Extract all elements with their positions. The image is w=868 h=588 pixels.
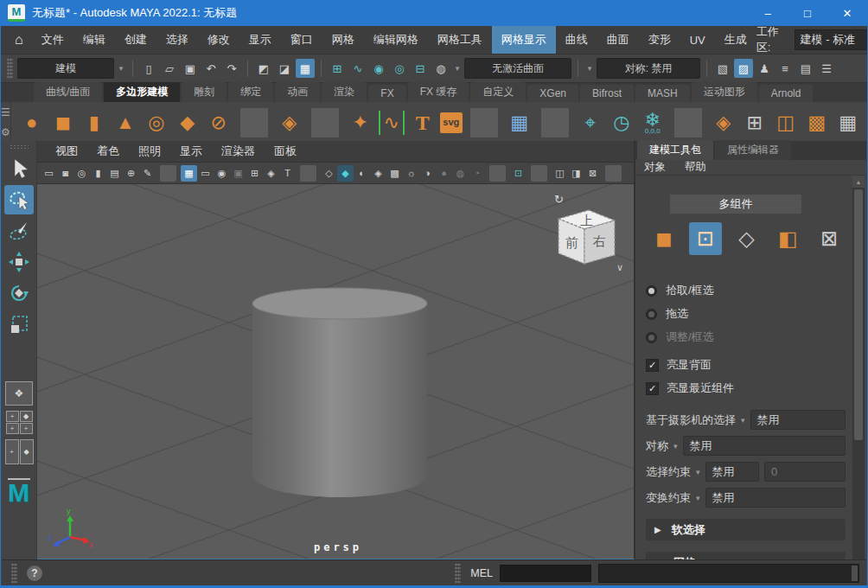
separator[interactable] (489, 165, 506, 182)
view-cube-top-label[interactable]: 上 (580, 213, 593, 227)
separator[interactable] (321, 60, 322, 77)
anti-alias-icon[interactable]: ◔ (469, 165, 485, 182)
separator[interactable] (470, 108, 498, 137)
snap-curve-icon[interactable]: ∿ (348, 59, 367, 78)
polygon-cube-icon[interactable]: ◼ (49, 108, 77, 137)
symmetry-field[interactable]: 对称: 禁用 (597, 58, 700, 79)
perspective-viewport[interactable]: 视图着色照明显示渲染器面板 ▭◙◎▮▤⊕✎▦▭◉▣⊞◈T◇◆◐◈▩☼◑●◍◔⊡◫… (37, 141, 635, 560)
close-button[interactable]: ✕ (827, 0, 867, 26)
toolbox-drag-handle[interactable] (10, 144, 29, 150)
separate-icon[interactable]: ▦ (834, 108, 862, 137)
wireframe-on-shaded-icon[interactable]: ◈ (370, 165, 386, 182)
separator[interactable] (132, 60, 133, 77)
polygon-plane-icon[interactable]: ◆ (174, 108, 201, 137)
paint-select-tool[interactable] (4, 216, 34, 246)
workspace-value[interactable]: 建模 - 标准 (795, 29, 868, 50)
boolean-icon[interactable]: ⊞ (741, 108, 769, 137)
shelf-tab[interactable]: MASH (635, 85, 690, 102)
menu-item[interactable]: 生成 (715, 26, 756, 54)
option-value-field[interactable]: 禁用 (705, 462, 759, 482)
shelf-tab[interactable]: 绑定 (228, 82, 273, 102)
attribute-editor-toggle-icon[interactable]: ▤ (796, 59, 815, 78)
shelf-tab[interactable]: 动画 (275, 82, 320, 102)
panel-menu-item[interactable]: 视图 (46, 144, 87, 159)
redo-icon[interactable]: ↷ (222, 59, 241, 78)
menu-item[interactable]: 曲线 (556, 26, 597, 54)
snap-grid-icon[interactable]: ⊞ (328, 59, 347, 78)
grid-icon[interactable]: ▦ (181, 165, 197, 182)
face-mode-icon[interactable]: ◧ (771, 222, 804, 255)
select-hierarchy-icon[interactable]: ◩ (254, 59, 273, 78)
separator[interactable] (541, 108, 569, 137)
single-pane-layout-button[interactable]: ❖ (5, 381, 33, 406)
separator[interactable] (160, 165, 176, 182)
construction-aid-icon[interactable]: ⌖ (577, 108, 604, 137)
lasso-tool[interactable] (4, 185, 34, 214)
menu-item[interactable]: 文件 (32, 26, 73, 54)
separator[interactable] (578, 60, 578, 77)
polygon-sphere-icon[interactable]: ● (18, 108, 46, 137)
section-arrow-icon[interactable]: ▶ (654, 525, 661, 534)
panel-menu-item[interactable]: 照明 (129, 144, 170, 159)
view-cube-front-label[interactable]: 前 (565, 235, 578, 250)
select-tool[interactable] (4, 154, 34, 183)
snap-point-icon[interactable]: ◉ (369, 59, 388, 78)
separator[interactable] (605, 165, 622, 182)
menu-set-dropdown[interactable]: 建模 (17, 58, 114, 79)
checkbox-option[interactable]: 亮显最近组件 (646, 380, 846, 396)
shelf-tab[interactable]: 运动图形 (692, 82, 757, 102)
shelf-gear-icon[interactable]: ⚙ (1, 126, 10, 138)
polygon-cone-icon[interactable]: ▲ (112, 108, 139, 137)
layout-cell[interactable]: + (20, 423, 33, 434)
panel-menu-item[interactable]: 显示 (170, 144, 212, 159)
history-arrow[interactable]: ▾ (584, 59, 595, 78)
menu-item[interactable]: 显示 (239, 26, 281, 54)
dropdown-arrow-icon[interactable]: ▾ (741, 416, 745, 425)
undo-icon[interactable]: ↶ (201, 59, 220, 78)
dropdown-arrow-icon[interactable]: ▾ (696, 468, 700, 476)
textured-icon[interactable]: ▩ (386, 165, 403, 182)
menu-item[interactable]: 网格显示 (492, 26, 556, 54)
separator[interactable] (247, 60, 248, 77)
isolate-select-icon[interactable]: ⊡ (510, 165, 527, 182)
option-value-field[interactable]: 禁用 (705, 488, 846, 508)
menu-item[interactable]: 窗口 (281, 26, 322, 54)
object-mode-icon[interactable]: ◼ (648, 222, 680, 255)
gate-mask-icon[interactable]: ▣ (230, 165, 246, 182)
maximize-button[interactable]: □ (788, 0, 827, 26)
reset-transform-icon[interactable]: ❄ 0,0,0 (639, 108, 667, 137)
drag-handle[interactable] (455, 563, 461, 584)
shelf-tab[interactable]: 自定义 (470, 82, 526, 102)
menu-item[interactable]: UV (680, 26, 715, 54)
layout-cell[interactable]: ◆ (20, 439, 34, 464)
select-object-icon[interactable]: ◪ (275, 59, 294, 78)
uv-mode-icon[interactable]: ⊠ (813, 222, 846, 255)
two-pane-layout-button[interactable]: + ◆ (5, 439, 34, 464)
toolkit-menu-item[interactable]: 帮助 (676, 160, 715, 175)
make-live-icon[interactable]: ◍ (431, 59, 450, 78)
delete-history-icon[interactable]: ◷ (608, 108, 635, 137)
smooth-mesh-display-icon[interactable]: ◈ (710, 108, 737, 137)
super-shape-icon[interactable]: ✦ (347, 108, 374, 137)
motion-blur-icon[interactable]: ◍ (452, 165, 469, 182)
wireframe-icon[interactable]: ◇ (321, 165, 337, 182)
sweep-mesh-icon[interactable]: ∿ (378, 108, 405, 137)
mirror-icon[interactable]: ◫ (772, 108, 800, 137)
panel-menu-item[interactable]: 着色 (87, 144, 129, 159)
home-icon[interactable]: ⌂ (6, 32, 32, 48)
layout-cell[interactable]: + (5, 439, 19, 464)
use-default-material-icon[interactable]: ◐ (354, 165, 370, 182)
snap-options-arrow[interactable]: ▾ (452, 59, 463, 78)
layout-cell[interactable]: ◆ (20, 411, 33, 422)
open-scene-icon[interactable]: ▱ (160, 59, 179, 78)
multi-component-button[interactable]: 多组件 (670, 195, 801, 214)
type-tool-icon[interactable]: T (409, 108, 437, 137)
shelf-tab[interactable]: FX (368, 85, 405, 102)
view-cube-right-label[interactable]: 右 (592, 233, 606, 248)
shelf-tab[interactable]: 雕刻 (182, 82, 227, 102)
polygon-disc-icon[interactable]: ⊘ (205, 108, 233, 137)
mel-label[interactable]: MEL (470, 567, 493, 579)
edge-mode-icon[interactable]: ◇ (731, 222, 763, 255)
sidebar-tab[interactable]: 属性编辑器 (715, 140, 791, 160)
safe-title-icon[interactable]: T (279, 165, 296, 182)
